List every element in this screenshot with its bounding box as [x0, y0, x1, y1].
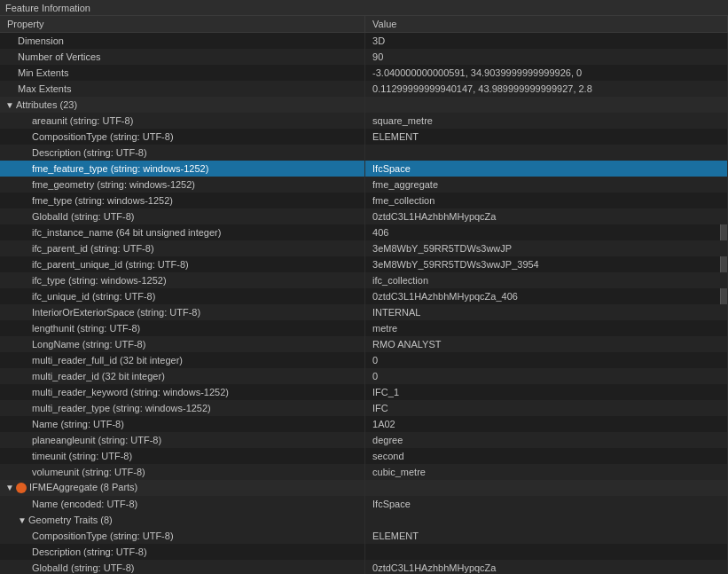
- value-cell: ELEMENT: [365, 129, 728, 145]
- window-title: Feature Information: [5, 3, 90, 13]
- property-cell: multi_reader_type (string: windows-1252): [0, 400, 365, 416]
- table-row[interactable]: lengthunit (string: UTF-8)metre: [0, 320, 728, 336]
- table-row[interactable]: ifc_unique_id (string: UTF-8)0ztdC3L1HAz…: [0, 288, 728, 304]
- value-cell: ifc_collection: [365, 272, 728, 288]
- value-cell: 0: [365, 368, 728, 384]
- table-row[interactable]: multi_reader_type (string: windows-1252)…: [0, 400, 728, 416]
- value-cell: fme_aggregate: [365, 177, 728, 193]
- value-cell: 0ztdC3L1HAzhbhMHypqcZa: [365, 208, 728, 224]
- table-row[interactable]: CompositionType (string: UTF-8)ELEMENT: [0, 528, 728, 544]
- table-row[interactable]: ▼Geometry Traits (8): [0, 512, 728, 528]
- value-cell: 0.11299999999940147, 43.989999999999927,…: [365, 81, 728, 97]
- value-cell: 90: [365, 49, 728, 65]
- property-cell: fme_type (string: windows-1252): [0, 193, 365, 208]
- property-cell: ifc_parent_unique_id (string: UTF-8): [0, 256, 365, 272]
- value-cell: 3eM8WbY_59RR5TDWs3wwJP: [365, 240, 728, 256]
- value-cell: [365, 544, 728, 560]
- property-cell: planeangleunit (string: UTF-8): [0, 432, 365, 448]
- col-property: Property: [0, 16, 365, 33]
- table-row[interactable]: ▼IFMEAggregate (8 Parts): [0, 480, 728, 496]
- value-cell: [365, 512, 728, 528]
- property-cell: ▼Geometry Traits (8): [0, 512, 365, 528]
- table-row[interactable]: CompositionType (string: UTF-8)ELEMENT: [0, 129, 728, 145]
- value-cell: [365, 480, 728, 496]
- value-cell: RMO ANALYST: [365, 336, 728, 352]
- scrollbar-indicator[interactable]: [720, 288, 727, 304]
- value-cell: metre: [365, 320, 728, 336]
- table-row[interactable]: ifc_parent_unique_id (string: UTF-8)3eM8…: [0, 256, 728, 272]
- property-cell: Description (string: UTF-8): [0, 544, 365, 560]
- table-row[interactable]: Number of Vertices90: [0, 49, 728, 65]
- collapse-icon[interactable]: ▼: [5, 483, 14, 492]
- feature-info-panel: Property Value Dimension3DNumber of Vert…: [0, 16, 728, 574]
- table-row[interactable]: volumeunit (string: UTF-8)cubic_metre: [0, 464, 728, 480]
- property-cell: ifc_type (string: windows-1252): [0, 272, 365, 288]
- table-row[interactable]: ifc_type (string: windows-1252)ifc_colle…: [0, 272, 728, 288]
- table-row[interactable]: fme_type (string: windows-1252)fme_colle…: [0, 193, 728, 208]
- value-cell: square_metre: [365, 113, 728, 129]
- value-cell: IFC_1: [365, 384, 728, 400]
- property-cell: Min Extents: [0, 65, 365, 81]
- table-row[interactable]: Max Extents0.11299999999940147, 43.98999…: [0, 81, 728, 97]
- table-row[interactable]: fme_geometry (string: windows-1252)fme_a…: [0, 177, 728, 193]
- property-cell: Number of Vertices: [0, 49, 365, 65]
- table-row[interactable]: LongName (string: UTF-8)RMO ANALYST: [0, 336, 728, 352]
- value-cell: IFC: [365, 400, 728, 416]
- property-cell: multi_reader_keyword (string: windows-12…: [0, 384, 365, 400]
- table-row[interactable]: Description (string: UTF-8): [0, 145, 728, 161]
- property-cell: ifc_instance_name (64 bit unsigned integ…: [0, 224, 365, 240]
- property-cell: LongName (string: UTF-8): [0, 336, 365, 352]
- property-cell: InteriorOrExteriorSpace (string: UTF-8): [0, 304, 365, 320]
- value-cell: degree: [365, 432, 728, 448]
- table-row[interactable]: planeangleunit (string: UTF-8)degree: [0, 432, 728, 448]
- scrollbar-indicator[interactable]: [720, 224, 727, 240]
- value-cell: 3D: [365, 33, 728, 49]
- value-cell: fme_collection: [365, 193, 728, 208]
- table-row[interactable]: ifc_instance_name (64 bit unsigned integ…: [0, 224, 728, 240]
- value-cell: 0ztdC3L1HAzhbhMHypqcZa: [365, 560, 728, 575]
- table-row[interactable]: areaunit (string: UTF-8)square_metre: [0, 113, 728, 129]
- property-cell: GlobalId (string: UTF-8): [0, 208, 365, 224]
- collapse-icon[interactable]: ▼: [5, 100, 14, 110]
- table-row[interactable]: GlobalId (string: UTF-8)0ztdC3L1HAzhbhMH…: [0, 208, 728, 224]
- property-cell: Description (string: UTF-8): [0, 145, 365, 161]
- table-row[interactable]: GlobalId (string: UTF-8)0ztdC3L1HAzhbhMH…: [0, 560, 728, 575]
- property-cell: lengthunit (string: UTF-8): [0, 320, 365, 336]
- table-row[interactable]: fme_feature_type (string: windows-1252)I…: [0, 161, 728, 177]
- property-cell: Name (string: UTF-8): [0, 416, 365, 432]
- property-cell: multi_reader_id (32 bit integer): [0, 368, 365, 384]
- table-row[interactable]: multi_reader_keyword (string: windows-12…: [0, 384, 728, 400]
- table-row[interactable]: Description (string: UTF-8): [0, 544, 728, 560]
- table-row[interactable]: multi_reader_id (32 bit integer)0: [0, 368, 728, 384]
- property-cell: Max Extents: [0, 81, 365, 97]
- table-row[interactable]: timeunit (string: UTF-8)second: [0, 448, 728, 464]
- property-cell: ifc_parent_id (string: UTF-8): [0, 240, 365, 256]
- property-cell: fme_geometry (string: windows-1252): [0, 177, 365, 193]
- property-cell: areaunit (string: UTF-8): [0, 113, 365, 129]
- table-row[interactable]: ▼Attributes (23): [0, 97, 728, 113]
- value-cell: ELEMENT: [365, 528, 728, 544]
- value-cell: -3.040000000000591, 34.9039999999999926,…: [365, 65, 728, 81]
- property-cell: Dimension: [0, 33, 365, 49]
- value-cell: 1A02: [365, 416, 728, 432]
- scroll-area[interactable]: Property Value Dimension3DNumber of Vert…: [0, 16, 728, 574]
- value-cell: IfcSpace: [365, 496, 728, 512]
- collapse-icon[interactable]: ▼: [18, 515, 27, 525]
- table-row[interactable]: ifc_parent_id (string: UTF-8)3eM8WbY_59R…: [0, 240, 728, 256]
- table-row[interactable]: Dimension3D: [0, 33, 728, 49]
- property-cell: CompositionType (string: UTF-8): [0, 129, 365, 145]
- property-cell: multi_reader_full_id (32 bit integer): [0, 352, 365, 368]
- table-row[interactable]: Name (string: UTF-8)1A02: [0, 416, 728, 432]
- scrollbar-indicator[interactable]: [720, 256, 727, 272]
- property-cell: ▼IFMEAggregate (8 Parts): [0, 480, 365, 496]
- value-cell: 406: [365, 224, 728, 240]
- property-cell: fme_feature_type (string: windows-1252): [0, 161, 365, 177]
- value-cell: [365, 145, 728, 161]
- property-cell: CompositionType (string: UTF-8): [0, 528, 365, 544]
- value-cell: 0ztdC3L1HAzhbhMHypqcZa_406: [365, 288, 728, 304]
- table-row[interactable]: multi_reader_full_id (32 bit integer)0: [0, 352, 728, 368]
- table-row[interactable]: Name (encoded: UTF-8)IfcSpace: [0, 496, 728, 512]
- table-row[interactable]: InteriorOrExteriorSpace (string: UTF-8)I…: [0, 304, 728, 320]
- table-row[interactable]: Min Extents-3.040000000000591, 34.903999…: [0, 65, 728, 81]
- property-cell: Name (encoded: UTF-8): [0, 496, 365, 512]
